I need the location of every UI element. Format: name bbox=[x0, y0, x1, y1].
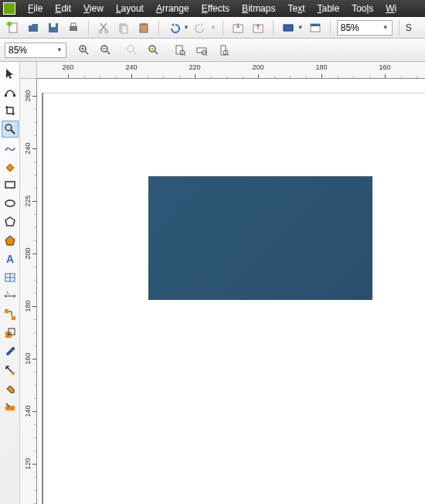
dimension-tool[interactable] bbox=[2, 288, 19, 305]
workspace: 260240220200180160140 260240225200180160… bbox=[20, 62, 425, 504]
pick-tool[interactable] bbox=[2, 65, 19, 82]
zoom-tool[interactable] bbox=[2, 121, 19, 138]
toolbar-extra-label: S bbox=[406, 22, 412, 33]
save-button[interactable] bbox=[45, 19, 62, 36]
menu-file[interactable]: File bbox=[22, 2, 49, 15]
connector-tool[interactable] bbox=[2, 306, 19, 323]
svg-rect-9 bbox=[121, 26, 128, 33]
text-tool[interactable]: A bbox=[2, 250, 19, 267]
zoom-page-button[interactable] bbox=[172, 42, 189, 59]
zoom-level-combo-2[interactable]: 85% ▼ bbox=[5, 43, 66, 58]
app-logo-icon bbox=[3, 2, 15, 15]
canvas[interactable] bbox=[37, 79, 425, 504]
print-button[interactable] bbox=[65, 19, 82, 36]
rectangle-shape[interactable] bbox=[148, 176, 372, 300]
import-button[interactable] bbox=[230, 19, 246, 36]
menu-tools[interactable]: Tools bbox=[345, 2, 379, 15]
basic-shapes-tool[interactable] bbox=[2, 232, 19, 249]
freehand-tool[interactable] bbox=[2, 139, 19, 156]
svg-point-32 bbox=[5, 200, 15, 206]
table-tool[interactable] bbox=[2, 269, 19, 286]
svg-rect-36 bbox=[12, 316, 15, 320]
svg-rect-5 bbox=[71, 23, 76, 26]
launcher-dropdown-icon[interactable]: ▼ bbox=[298, 24, 304, 31]
menu-bitmaps[interactable]: Bitmaps bbox=[236, 2, 281, 15]
zoom-all-button[interactable] bbox=[145, 42, 162, 59]
ruler-corner bbox=[20, 62, 37, 79]
zoom-page-width-button[interactable] bbox=[193, 42, 210, 59]
crop-tool[interactable] bbox=[2, 102, 19, 119]
eyedropper-tool[interactable] bbox=[2, 343, 19, 360]
menu-arrange[interactable]: Arrange bbox=[150, 2, 196, 15]
redo-dropdown-icon[interactable]: ▼ bbox=[210, 24, 216, 31]
welcome-button[interactable] bbox=[307, 19, 324, 36]
smart-fill-tool[interactable] bbox=[2, 158, 19, 175]
main-toolbar: ▼ ▼ ▼ 85% ▼ S bbox=[0, 17, 425, 39]
redo-button[interactable] bbox=[192, 19, 209, 36]
svg-point-21 bbox=[151, 47, 154, 49]
shape-tool[interactable] bbox=[2, 83, 19, 100]
zoom-level-caret-icon: ▼ bbox=[382, 24, 389, 31]
effects-tool[interactable] bbox=[2, 325, 19, 342]
undo-dropdown-icon[interactable]: ▼ bbox=[183, 24, 189, 31]
svg-rect-31 bbox=[5, 182, 15, 188]
zoom-in-button[interactable] bbox=[76, 42, 93, 59]
polygon-tool[interactable] bbox=[2, 213, 19, 230]
zoom-page-height-button[interactable] bbox=[215, 42, 232, 59]
new-button[interactable] bbox=[5, 19, 22, 36]
menu-edit[interactable]: Edit bbox=[49, 2, 77, 15]
svg-rect-28 bbox=[5, 94, 7, 97]
content-area: A 260240220200180160140 2602402252001801… bbox=[0, 62, 425, 504]
fill-tool[interactable] bbox=[2, 380, 19, 397]
menu-view[interactable]: View bbox=[77, 2, 110, 15]
svg-point-1 bbox=[7, 22, 12, 26]
menu-effects[interactable]: Effects bbox=[196, 2, 236, 15]
zoom-level-combo[interactable]: 85% ▼ bbox=[337, 20, 393, 36]
svg-rect-11 bbox=[141, 23, 146, 26]
copy-button[interactable] bbox=[115, 19, 132, 36]
app-launcher-button[interactable] bbox=[280, 19, 297, 36]
svg-text:A: A bbox=[6, 253, 14, 265]
ellipse-tool[interactable] bbox=[2, 195, 19, 212]
ruler-horizontal[interactable]: 260240220200180160140 bbox=[37, 62, 425, 79]
svg-rect-40 bbox=[5, 406, 15, 410]
svg-rect-16 bbox=[311, 24, 320, 26]
zoom-out-button[interactable] bbox=[97, 42, 114, 59]
zoom-level-value: 85% bbox=[341, 22, 359, 33]
menu-text[interactable]: Text bbox=[281, 2, 311, 15]
undo-button[interactable] bbox=[165, 19, 182, 36]
property-bar: 85% ▼ bbox=[0, 39, 425, 62]
zoom-level-caret-icon-2: ▼ bbox=[56, 46, 63, 53]
ruler-vertical[interactable]: 260240225200180160140120 bbox=[20, 79, 37, 504]
svg-point-19 bbox=[128, 46, 134, 52]
zoom-level-value-2: 85% bbox=[8, 45, 27, 56]
toolbox: A bbox=[0, 62, 20, 504]
menu-table[interactable]: Table bbox=[311, 2, 346, 15]
svg-rect-35 bbox=[5, 309, 8, 313]
svg-rect-3 bbox=[51, 23, 56, 27]
interactive-fill-tool[interactable] bbox=[2, 399, 19, 416]
zoom-selection-button[interactable] bbox=[124, 42, 141, 59]
menu-layout[interactable]: Layout bbox=[110, 2, 150, 15]
svg-rect-29 bbox=[13, 94, 15, 97]
menu-bar: FileEditViewLayoutArrangeEffectsBitmapsT… bbox=[0, 0, 425, 17]
svg-rect-22 bbox=[176, 46, 182, 54]
menu-wi[interactable]: Wi bbox=[379, 2, 403, 15]
svg-point-39 bbox=[12, 372, 15, 375]
export-button[interactable] bbox=[250, 19, 267, 36]
svg-point-30 bbox=[5, 124, 12, 131]
cut-button[interactable] bbox=[95, 19, 112, 36]
open-button[interactable] bbox=[25, 19, 42, 36]
outline-tool[interactable] bbox=[2, 362, 19, 379]
rectangle-tool[interactable] bbox=[2, 176, 19, 193]
svg-rect-14 bbox=[284, 25, 293, 31]
paste-button[interactable] bbox=[135, 19, 152, 36]
svg-rect-4 bbox=[70, 26, 77, 31]
